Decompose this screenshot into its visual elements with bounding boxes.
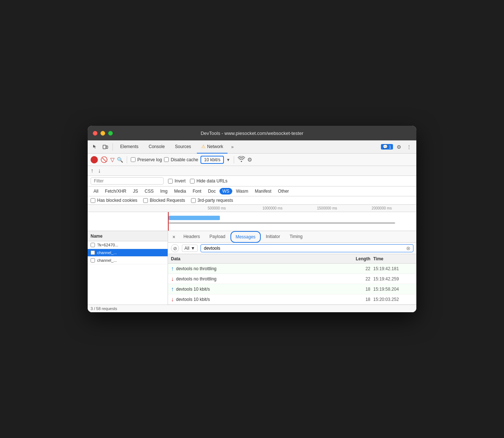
clear-button[interactable]: 🚫 <box>100 156 108 164</box>
timeline-red-line <box>168 212 169 231</box>
message-row-0[interactable]: ↑ devtools no throttling 22 15:19:42.181 <box>168 264 416 274</box>
preserve-log-checkbox[interactable]: Preserve log <box>131 157 162 162</box>
detail-tabs: × Headers Payload Messages Initiator Tim… <box>168 231 416 243</box>
type-btn-manifest[interactable]: Manifest <box>252 188 274 195</box>
type-btn-other[interactable]: Other <box>275 188 292 195</box>
ruler-mark-1000k: 1000000 ms <box>262 206 282 210</box>
timeline-bar-area <box>88 212 416 231</box>
chat-icon: 💬 <box>383 144 388 149</box>
detail-close-button[interactable]: × <box>171 234 177 240</box>
filter-input[interactable] <box>91 177 164 185</box>
minimize-button[interactable] <box>100 131 105 136</box>
detail-tab-payload[interactable]: Payload <box>205 231 230 243</box>
throttle-dropdown-arrow[interactable]: ▼ <box>226 158 230 162</box>
clear-search-icon[interactable]: ⊗ <box>405 245 412 252</box>
messages-table: Data Length Time ↑ devtools no throttlin… <box>168 254 416 305</box>
messages-filter-no-icon[interactable]: ⊘ <box>171 244 179 252</box>
type-btn-ws[interactable]: WS <box>219 188 232 195</box>
type-btn-all[interactable]: All <box>91 188 101 195</box>
arrow-up-icon-0: ↑ <box>171 265 174 272</box>
arrow-up-icon-2: ↑ <box>171 286 174 292</box>
more-options-icon[interactable]: ⋮ <box>405 143 413 151</box>
messages-filter-bar: ⊘ All ▼ ⊗ <box>168 243 416 254</box>
filter-funnel-icon[interactable]: ▽ <box>110 156 115 163</box>
top-toolbar: Elements Console Sources ⚠ Network » 💬 1… <box>88 140 416 154</box>
tab-console[interactable]: Console <box>144 140 169 154</box>
message-row-1[interactable]: ↓ devtools no throttling 22 15:19:42.259 <box>168 274 416 284</box>
status-bar: 3 / 58 requests <box>88 305 416 312</box>
messages-all-dropdown[interactable]: All ▼ <box>182 245 198 252</box>
device-icon[interactable] <box>101 143 110 151</box>
req-checkbox-0[interactable] <box>91 243 95 247</box>
timeline-name-col <box>88 212 168 231</box>
type-btn-doc[interactable]: Doc <box>205 188 218 195</box>
preserve-log-input[interactable] <box>131 157 135 162</box>
toolbar-sep-3 <box>234 156 234 163</box>
type-btn-font[interactable]: Font <box>190 188 204 195</box>
detail-tab-messages[interactable]: Messages <box>230 231 261 243</box>
messages-badge[interactable]: 💬 1 <box>381 144 393 150</box>
req-checkbox-1[interactable] <box>91 250 95 255</box>
tab-sources[interactable]: Sources <box>171 140 195 154</box>
ruler-mark-2000k: 2000000 ms <box>372 206 392 210</box>
more-tabs-button[interactable]: » <box>229 140 236 154</box>
detail-tab-headers[interactable]: Headers <box>179 231 204 243</box>
titlebar: DevTools - www.piesocket.com/websocket-t… <box>88 126 416 140</box>
settings-gear-icon[interactable]: ⚙ <box>394 143 403 151</box>
detail-tab-timing[interactable]: Timing <box>285 231 307 243</box>
message-row-2[interactable]: ↑ devtools 10 kbit/s 18 15:19:58.204 <box>168 284 416 294</box>
message-row-3[interactable]: ↓ devtools 10 kbit/s 18 15:20:03.252 <box>168 294 416 305</box>
import-toolbar: ↑ ↓ <box>88 166 416 176</box>
has-blocked-cookies-checkbox[interactable]: Has blocked cookies <box>91 198 137 203</box>
network-toolbar: 🚫 ▽ 🔍 Preserve log Disable cache 10 kbit… <box>88 154 416 166</box>
requests-list: Name ?k=62470... channel_... channel_... <box>88 231 168 305</box>
tab-network[interactable]: ⚠ Network <box>197 140 228 154</box>
type-btn-css[interactable]: CSS <box>142 188 157 195</box>
request-row-1[interactable]: channel_... <box>88 249 168 257</box>
blocked-requests-input[interactable] <box>143 198 148 203</box>
search-icon[interactable]: 🔍 <box>117 157 123 163</box>
detail-tab-initiator[interactable]: Initiator <box>261 231 285 243</box>
request-row-2[interactable]: channel_... <box>88 257 168 264</box>
request-row-0[interactable]: ?k=62470... <box>88 241 168 249</box>
timeline-bar-selected <box>169 216 220 220</box>
type-btn-wasm[interactable]: Wasm <box>233 188 251 195</box>
third-party-checkbox[interactable]: 3rd-party requests <box>191 198 233 203</box>
inspect-icon[interactable] <box>91 143 99 151</box>
maximize-button[interactable] <box>108 131 113 136</box>
close-button[interactable] <box>93 131 98 136</box>
hide-data-urls-input[interactable] <box>190 179 195 184</box>
has-blocked-cookies-input[interactable] <box>91 198 95 203</box>
invert-checkbox[interactable]: Invert <box>168 178 186 184</box>
warning-icon: ⚠ <box>201 144 206 149</box>
network-settings-icon[interactable]: ⚙ <box>247 156 252 163</box>
type-btn-img[interactable]: Img <box>157 188 171 195</box>
disable-cache-input[interactable] <box>164 157 169 162</box>
record-button[interactable] <box>91 156 98 163</box>
type-btn-js[interactable]: JS <box>130 188 141 195</box>
invert-input[interactable] <box>168 179 173 184</box>
svg-rect-1 <box>106 146 108 148</box>
blocked-requests-checkbox[interactable]: Blocked Requests <box>143 198 185 203</box>
type-btn-media[interactable]: Media <box>171 188 189 195</box>
disable-cache-checkbox[interactable]: Disable cache <box>164 157 198 162</box>
arrow-down-icon-3: ↓ <box>171 296 174 303</box>
req-checkbox-2[interactable] <box>91 258 95 263</box>
type-btn-fetch-xhr[interactable]: Fetch/XHR <box>102 188 129 195</box>
upload-button[interactable]: ↑ <box>91 167 93 174</box>
wifi-icon[interactable] <box>238 156 245 163</box>
toolbar-sep-2 <box>127 156 127 163</box>
timeline-bar-total <box>169 222 395 224</box>
toolbar-separator <box>112 143 113 151</box>
throttle-button[interactable]: 10 kbit/s <box>201 156 224 164</box>
download-button[interactable]: ↓ <box>98 167 101 174</box>
hide-data-urls-checkbox[interactable]: Hide data URLs <box>190 178 228 184</box>
detail-pane: × Headers Payload Messages Initiator Tim… <box>168 231 416 305</box>
third-party-input[interactable] <box>191 198 196 203</box>
devtools-body: Elements Console Sources ⚠ Network » 💬 1… <box>88 140 416 312</box>
arrow-down-icon-1: ↓ <box>171 276 174 282</box>
tab-elements[interactable]: Elements <box>116 140 143 154</box>
requests-pane: Name ?k=62470... channel_... channel_... <box>88 231 416 305</box>
messages-search-input[interactable] <box>201 244 413 252</box>
messages-search-wrapper: ⊗ <box>201 244 413 252</box>
